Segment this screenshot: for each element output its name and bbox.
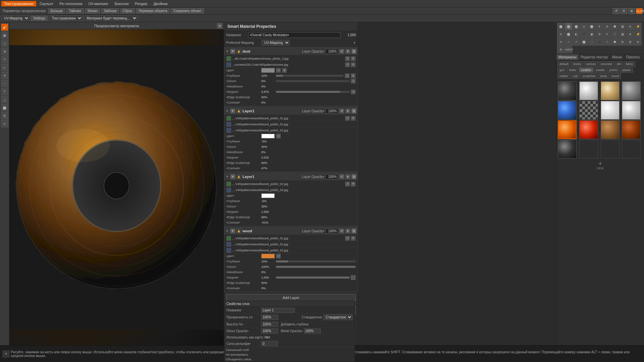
tool-fill[interactable]: ▣ — [1, 32, 8, 39]
brush-tool-33[interactable]: ⊕ — [634, 38, 642, 46]
layer1a-close-btn[interactable]: ✕ — [352, 109, 356, 113]
wood-reset-btn[interactable]: ↺ — [339, 229, 344, 233]
layer1a-color-swatch[interactable] — [261, 134, 275, 138]
layer1b-collapse[interactable]: ▼ — [226, 175, 229, 178]
cat-rust[interactable]: rust — [571, 73, 580, 79]
menu-sculpt[interactable]: Скульпт — [37, 1, 56, 6]
add-layer-btn[interactable]: Add Layer — [226, 294, 356, 301]
brush-tool-19[interactable]: ⬡ — [611, 31, 619, 38]
mat-thumb-2[interactable] — [579, 81, 598, 100]
mat-thumb-8[interactable] — [622, 101, 641, 120]
dust-eye-btn[interactable]: 👁 — [230, 49, 235, 54]
brush-tool-31[interactable]: ⊞ — [619, 38, 626, 46]
tool-move[interactable]: ✛ — [1, 72, 8, 79]
cat-points[interactable]: points — [607, 67, 620, 73]
lp-name-input[interactable] — [261, 308, 295, 313]
dust-arrow-btn[interactable]: ▼ — [345, 49, 350, 54]
texturing-select[interactable]: Текстурирование — [49, 15, 83, 21]
status-close-btn[interactable]: ✕ — [3, 351, 9, 357]
layer1a-arrow-btn[interactable]: ▼ — [345, 109, 350, 113]
brush-tool-32[interactable]: ⊠ — [627, 38, 634, 46]
toolbar-shown[interactable]: Shown — [85, 8, 100, 13]
preview-close-btn[interactable]: ✕ — [217, 23, 222, 28]
brush-tool-9[interactable]: ▦ — [619, 23, 626, 30]
tab-masks[interactable]: Маски — [610, 54, 624, 60]
menu-retopo[interactable]: Ре-топология — [57, 1, 85, 6]
brush-tool-21[interactable]: ★ — [627, 31, 634, 38]
wood-collapse[interactable]: ▼ — [226, 229, 229, 233]
wood-arrow-btn[interactable]: ▼ — [345, 229, 350, 233]
dust-tex-arrow-0[interactable]: ▼ — [351, 56, 356, 61]
wood-tex-reset-0[interactable]: ↺ — [345, 236, 350, 241]
brush-tool-34[interactable]: ⚙ — [557, 46, 565, 53]
material-select[interactable]: Материал будет перемещ... — [84, 15, 138, 21]
lp-height-input[interactable] — [261, 322, 278, 327]
brush-tool-27[interactable]: ◌ — [588, 38, 595, 46]
tool-pick[interactable]: ✎ — [1, 56, 8, 63]
cat-default[interactable]: default — [557, 61, 571, 67]
brush-tool-4[interactable]: ◎ — [580, 23, 588, 30]
mat-thumb-3[interactable] — [601, 81, 620, 100]
mat-thumb-15[interactable] — [601, 140, 620, 159]
dust-lock[interactable]: 🔒 — [236, 49, 241, 54]
layer1b-eye[interactable]: 👁 — [230, 174, 235, 179]
settings-btn[interactable]: Settings — [31, 16, 48, 21]
wood-close-btn[interactable]: ✕ — [352, 229, 356, 233]
uvmapping-select[interactable]: UV-Mapping — [1, 15, 30, 21]
dust-gloss-reset[interactable]: ↺ — [351, 79, 356, 83]
brush-tool-13[interactable]: ⬤ — [565, 31, 572, 38]
brush-tool-35[interactable]: +NEW — [565, 46, 572, 53]
brush-tool-17[interactable]: ⚙ — [596, 31, 603, 38]
mat-thumb-10[interactable] — [579, 120, 598, 139]
brush-tool-14[interactable]: ◐ — [573, 31, 580, 38]
brush-tool-10[interactable]: ⊛ — [627, 23, 634, 30]
brush-tool-23[interactable]: ≋ — [557, 38, 565, 46]
tool-eraser[interactable]: ◻ — [1, 40, 8, 47]
layer1b-tex-reset-0[interactable]: ↺ — [345, 182, 350, 186]
layer1a-color-reset[interactable]: ↺ — [276, 134, 281, 138]
mat-thumb-12[interactable] — [622, 120, 641, 139]
toolbar-sbroz[interactable]: Сброс — [120, 8, 135, 13]
toolbar-icon-2[interactable]: ✛ — [621, 8, 627, 14]
cat-concrete[interactable]: concrete — [599, 61, 614, 67]
brush-tool-29[interactable]: ✧ — [603, 38, 611, 46]
name-input[interactable] — [248, 32, 340, 38]
mat-thumb-7[interactable] — [601, 101, 620, 120]
layer1a-tex-arrow-0[interactable]: ▼ — [351, 116, 356, 121]
brush-tool-11[interactable]: ⚡ — [634, 23, 642, 30]
layer1b-lock[interactable]: 🔒 — [236, 174, 241, 179]
brush-tool-1[interactable]: ⬤ — [557, 23, 565, 30]
mat-thumb-11[interactable] — [601, 120, 620, 139]
cat-plastic[interactable]: plastic — [620, 67, 633, 73]
dust-collapse[interactable]: ▼ — [226, 50, 229, 53]
cat-gun[interactable]: gun — [557, 67, 567, 73]
cat-metals[interactable]: metals — [594, 67, 607, 73]
mat-thumb-1[interactable] — [558, 81, 577, 100]
tool-settings[interactable]: ⚙ — [1, 112, 8, 119]
layer1b-opacity-input[interactable] — [325, 174, 338, 179]
dust-opacity-input[interactable] — [325, 49, 338, 54]
dust-color-arrow[interactable]: ▼ — [282, 68, 287, 73]
layer1a-reset-btn[interactable]: ↺ — [339, 109, 344, 113]
brush-tool-5[interactable]: ⬤ — [588, 23, 595, 30]
brush-tool-15[interactable]: ⬛ — [580, 31, 588, 38]
brush-tool-25[interactable]: ↗ — [573, 38, 580, 46]
lp-transparency-input[interactable] — [261, 315, 278, 320]
layer1b-color-swatch[interactable] — [261, 193, 275, 198]
brush-tool-20[interactable]: ▦ — [619, 31, 626, 38]
dust-reset-btn[interactable]: ↺ — [339, 49, 344, 54]
wood-eye[interactable]: 👁 — [230, 229, 235, 233]
menu-texturing[interactable]: Текстурирование — [1, 1, 36, 6]
cat-fabric[interactable]: fabric — [624, 61, 635, 67]
layer1a-opacity-input[interactable] — [325, 109, 338, 114]
wood-opacity-input[interactable] — [325, 229, 338, 234]
toolbar-flip[interactable]: Переверн объекта — [136, 8, 170, 13]
dust-degree-reset[interactable]: ↺ — [351, 89, 356, 94]
toolbar-close[interactable]: CLOSE — [636, 8, 643, 14]
dust-tex-reset-1[interactable]: ↺ — [345, 62, 350, 67]
layer1b-tex-arrow-0[interactable]: ▼ — [351, 182, 356, 186]
dust-close-btn[interactable]: ✕ — [352, 49, 356, 54]
cat-scratches[interactable]: scratches — [581, 73, 598, 79]
mat-thumb-13[interactable] — [558, 140, 577, 159]
brush-tool-16[interactable]: ▣ — [588, 31, 595, 38]
